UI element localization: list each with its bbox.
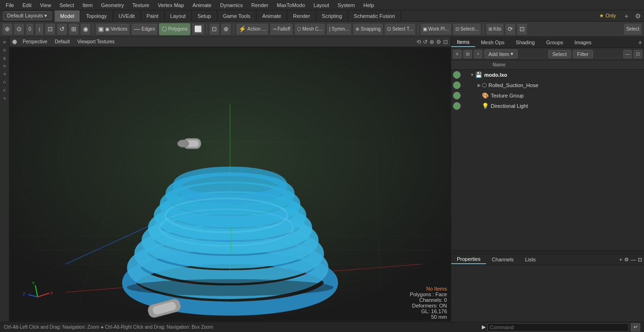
items-view-btn[interactable]: ⊞ — [463, 50, 472, 58]
items-tab-shading[interactable]: Shading — [510, 38, 540, 47]
tb-box-btn[interactable]: ⊡ — [45, 23, 56, 35]
menu-item[interactable]: Item — [79, 1, 96, 9]
items-tab-images[interactable]: Images — [569, 38, 597, 47]
menu-layout[interactable]: Layout — [310, 1, 333, 9]
star-only-button[interactable]: ★ Only — [594, 12, 621, 20]
viewport-textures-label[interactable]: Viewport Textures — [75, 39, 116, 45]
items-tab-items[interactable]: Items — [451, 38, 475, 47]
menu-maxtomodo[interactable]: MaxToModo — [273, 1, 309, 9]
items-settings-btn[interactable]: — — [623, 50, 632, 58]
layout-tab-topology[interactable]: Topology — [80, 10, 113, 22]
toolbar-select-btn[interactable]: Select — [623, 23, 642, 35]
left-btn-pol[interactable]: P — [0, 71, 9, 78]
vp-ctrl-settings[interactable]: ⚙ — [436, 39, 441, 45]
items-col-btn[interactable]: ≡ — [453, 50, 462, 58]
items-new-btn[interactable]: + — [474, 50, 482, 58]
tb-kits-btn[interactable]: ⊞ Kits — [486, 23, 504, 35]
viewport-default-label[interactable]: Default — [53, 39, 72, 45]
item-row-rolled-hose[interactable]: ▶ ⬡ Rolled_Suction_Hose — [451, 80, 644, 90]
tb-action-btn[interactable]: ⚡ Action ... — [236, 23, 269, 35]
viewport-perspective-label[interactable]: Perspective — [21, 39, 49, 45]
left-btn-mes[interactable]: M — [0, 55, 9, 62]
menu-vertex-map[interactable]: Vertex Map — [154, 1, 188, 9]
item-arrow-rolled-hose[interactable]: ▶ — [478, 83, 481, 88]
left-btn-c[interactable]: C — [0, 79, 9, 86]
tb-grid-btn[interactable]: ⊙ — [14, 23, 25, 35]
layout-tab-scripting[interactable]: Scripting — [316, 10, 348, 22]
item-eye-dir-light[interactable] — [453, 102, 461, 110]
left-btn-dup[interactable]: D — [0, 47, 9, 54]
props-tab-properties[interactable]: Properties — [451, 255, 486, 264]
add-item-button[interactable]: Add Item ▾ — [484, 49, 518, 58]
tb-falloff-btn[interactable]: ⊸ Falloff — [270, 23, 293, 35]
menu-system[interactable]: System — [334, 1, 359, 9]
layout-tab-layout[interactable]: Layout — [165, 10, 192, 22]
menu-geometry[interactable]: Geometry — [97, 1, 127, 9]
tb-render1-btn[interactable]: ⊡ — [209, 23, 220, 35]
props-plus-btn[interactable]: + — [619, 257, 622, 263]
tb-circle-btn[interactable]: ◉ — [80, 23, 91, 35]
viewport-dot[interactable] — [12, 40, 17, 44]
props-tab-lists[interactable]: Lists — [520, 255, 542, 264]
items-tab-groups[interactable]: Groups — [540, 38, 569, 47]
tb-select-t-btn[interactable]: ⊡ Select T... — [384, 23, 416, 35]
items-expand-btn[interactable]: ⊡ — [634, 50, 642, 58]
menu-render[interactable]: Render — [248, 1, 272, 9]
layout-tab-setup[interactable]: Setup — [192, 10, 217, 22]
left-btn-f[interactable]: F — [0, 95, 9, 102]
menu-help[interactable]: Help — [360, 1, 378, 9]
scene-3d[interactable]: X Y Z No Items Polygons : Face Channels:… — [9, 47, 451, 322]
props-tab-channels[interactable]: Channels — [486, 255, 519, 264]
tb-move-btn[interactable]: ↕ — [35, 23, 44, 35]
layout-tab-paint[interactable]: Paint — [141, 10, 165, 22]
tb-symm-btn[interactable]: | Symm... — [326, 23, 352, 35]
layout-tab-schematic-fusion[interactable]: Schematic Fusion — [348, 10, 401, 22]
items-select-button[interactable]: Select — [548, 50, 571, 58]
vp-ctrl-zoom[interactable]: ⊕ — [429, 39, 434, 45]
props-settings-btn[interactable]: ⚙ — [624, 257, 629, 263]
tb-edges-btn[interactable]: — Edges — [131, 23, 157, 35]
tb-selecti-btn[interactable]: ⊡ Selecti... — [453, 23, 481, 35]
default-layouts-button[interactable]: Default Layouts ▾ — [3, 11, 52, 20]
layout-settings-button[interactable]: ⚙ — [632, 11, 644, 21]
command-go-button[interactable]: ↵ — [631, 323, 640, 332]
left-btn-uv[interactable]: U — [0, 87, 9, 94]
left-btn-e[interactable]: E — [0, 63, 9, 70]
item-eye-rolled-hose[interactable] — [453, 81, 461, 89]
tb-rot-btn[interactable]: ↺ — [57, 23, 67, 35]
left-btn-b[interactable]: B — [0, 39, 9, 46]
menu-edit[interactable]: Edit — [19, 1, 35, 9]
menu-animate[interactable]: Animate — [189, 1, 215, 9]
props-maximize-btn[interactable]: ⊡ — [638, 257, 642, 263]
tb-mesh-btn[interactable]: ⬡ Mesh C... — [294, 23, 326, 35]
command-arrow[interactable]: ▶ — [482, 324, 486, 330]
vp-ctrl-rot[interactable]: ↺ — [423, 39, 428, 45]
command-input[interactable] — [487, 323, 629, 332]
items-tab-mesh-ops[interactable]: Mesh Ops — [475, 38, 510, 47]
layout-tab-model[interactable]: Model — [55, 10, 81, 22]
menu-dynamics[interactable]: Dynamics — [216, 1, 247, 9]
menu-view[interactable]: View — [36, 1, 55, 9]
layout-add-button[interactable]: + — [621, 11, 632, 21]
item-row-modo-lxo[interactable]: ▼ 💾 modo.lxo — [451, 70, 644, 80]
vp-ctrl-move[interactable]: ⟲ — [416, 39, 421, 45]
tb-sym-btn[interactable]: ◊ — [25, 23, 34, 35]
item-eye-modo-lxo[interactable] — [453, 71, 461, 79]
layout-tab-animate[interactable]: Animate — [256, 10, 287, 22]
items-list[interactable]: ▼ 💾 modo.lxo ▶ ⬡ Rolled_Suction_Hose ▶ 🎨 — [451, 70, 644, 250]
item-eye-texture-group[interactable] — [453, 92, 461, 99]
vp-ctrl-maximize[interactable]: ⊡ — [443, 39, 448, 45]
props-minimize-btn[interactable]: — — [631, 257, 636, 263]
tb-work-btn[interactable]: ▣ Work Pl... — [420, 23, 452, 35]
items-tab-add-button[interactable]: + — [638, 39, 642, 46]
layout-tab-uvedit[interactable]: UVEdit — [113, 10, 141, 22]
items-filter-button[interactable]: Filter — [573, 50, 593, 58]
item-arrow-modo-lxo[interactable]: ▼ — [470, 73, 474, 77]
menu-texture[interactable]: Texture — [129, 1, 153, 9]
tb-scale-btn[interactable]: ⊞ — [68, 23, 79, 35]
layout-tab-game-tools[interactable]: Game Tools — [217, 10, 257, 22]
item-row-texture-group[interactable]: ▶ 🎨 Texture Group — [451, 90, 644, 101]
tb-sub-btn[interactable]: ⬜ — [191, 23, 205, 35]
tb-snap-btn[interactable]: ⊕ — [2, 23, 13, 35]
item-row-dir-light[interactable]: ▶ 💡 Directional Light — [451, 101, 644, 111]
